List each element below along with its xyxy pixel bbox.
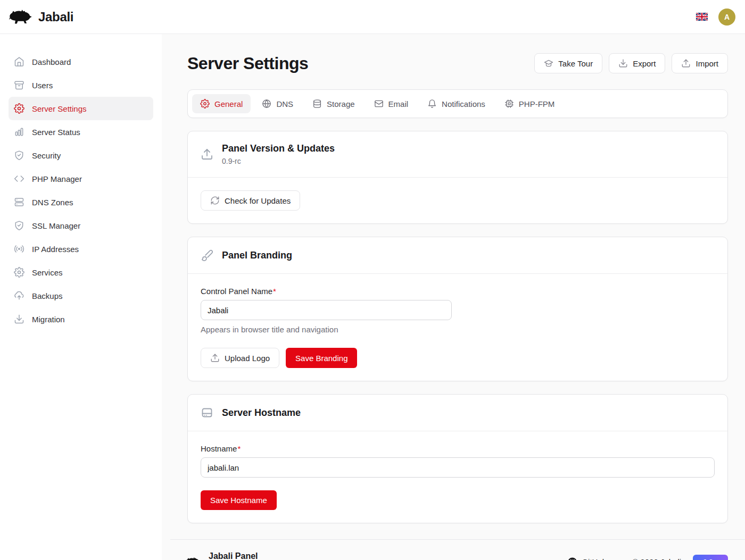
database-icon [312,99,322,108]
mail-icon [374,99,384,108]
control-panel-name-label: Control Panel Name* [201,287,715,296]
hostname-input[interactable] [201,457,715,478]
tab-storage[interactable]: Storage [304,94,363,113]
sidebar-item-ip-addresses[interactable]: IP Addresses [9,237,153,261]
hard-drive-icon [201,406,213,419]
gear-icon [14,267,24,278]
uk-flag-icon[interactable] [696,13,708,21]
card-title: Panel Branding [222,250,292,261]
save-hostname-button[interactable]: Save Hostname [201,490,277,510]
bar-chart-icon [14,127,24,137]
upload-icon [210,353,220,363]
save-branding-button[interactable]: Save Branding [286,348,357,368]
gear-icon [200,99,210,108]
sidebar-item-label: Services [32,268,63,277]
tab-notifications[interactable]: Notifications [419,94,493,113]
cloud-upload-icon [14,290,24,301]
tab-dns[interactable]: DNS [254,94,301,113]
github-icon [567,557,577,560]
settings-tabs: General DNS Storage Email Notifications [187,89,728,118]
sidebar-item-label: Users [32,81,53,90]
sidebar-item-php-manager[interactable]: PHP Manager [9,167,153,190]
panel-version-value: 0.9-rc [222,157,335,165]
sidebar-item-label: Dashboard [32,57,71,66]
avatar[interactable]: A [718,9,735,26]
server-hostname-card: Server Hostname Hostname* Save Hostname [187,394,728,523]
panel-branding-card: Panel Branding Control Panel Name* Appea… [187,237,728,381]
check-for-updates-button[interactable]: Check for Updates [201,190,300,211]
sidebar-item-services[interactable]: Services [9,261,153,284]
sidebar: Dashboard Users Server Settings Server S… [0,34,162,560]
sidebar-item-dashboard[interactable]: Dashboard [9,50,153,73]
page-title: Server Settings [187,54,308,73]
refresh-icon [210,196,220,205]
sidebar-item-label: IP Addresses [32,245,79,254]
main-content: Server Settings Take Tour Export Import [162,34,745,560]
shield-check-icon [14,150,24,161]
card-title: Server Hostname [222,407,301,419]
server-stack-icon [14,197,24,207]
upload-logo-button[interactable]: Upload Logo [201,348,279,368]
upload-icon [681,58,691,68]
boar-logo-icon [185,556,201,560]
sidebar-item-label: Server Settings [32,104,87,113]
graduation-cap-icon [544,58,553,68]
sidebar-item-label: DNS Zones [32,198,73,207]
footer-brand: Jabali Panel [209,551,299,560]
control-panel-name-input[interactable] [201,300,452,320]
globe-icon [262,99,271,108]
sidebar-item-backups[interactable]: Backups [9,284,153,307]
archive-icon [14,80,24,90]
sidebar-item-label: Backups [32,291,63,300]
download-icon [618,58,628,68]
sidebar-item-migration[interactable]: Migration [9,307,153,331]
version-badge: v0.9-rc [693,555,728,560]
sidebar-item-ssl-manager[interactable]: SSL Manager [9,214,153,237]
shield-check-icon [14,220,24,231]
sidebar-item-label: Security [32,151,61,160]
tab-general[interactable]: General [192,94,251,113]
required-asterisk: * [237,444,241,453]
brand-name: Jabali [38,10,73,24]
sidebar-item-label: SSL Manager [32,221,80,230]
code-icon [14,173,24,184]
radio-icon [14,244,24,254]
sidebar-item-label: PHP Manager [32,174,82,183]
sidebar-item-label: Migration [32,315,65,324]
cpu-icon [504,99,514,108]
required-asterisk: * [273,287,276,296]
hostname-label: Hostname* [201,444,715,453]
boar-logo-icon [9,8,33,26]
top-bar: Jabali A [0,0,745,34]
brand[interactable]: Jabali [9,8,73,26]
home-icon [14,56,24,67]
copyright: © 2026 Jabali [632,557,681,560]
tab-php-fpm[interactable]: PHP-FPM [496,94,563,113]
bell-icon [427,99,437,108]
sidebar-item-label: Server Status [32,128,80,137]
sidebar-item-users[interactable]: Users [9,73,153,97]
import-button[interactable]: Import [672,53,728,73]
sidebar-item-server-settings[interactable]: Server Settings [9,97,153,120]
github-link[interactable]: GitHub [567,557,607,560]
upload-icon [201,148,213,161]
footer: Jabali Panel Web Hosting Control Panel G… [170,539,745,560]
take-tour-button[interactable]: Take Tour [534,53,602,73]
panel-version-card: Panel Version & Updates 0.9-rc Check for… [187,131,728,224]
gear-icon [14,103,24,114]
sidebar-item-server-status[interactable]: Server Status [9,120,153,144]
paintbrush-icon [201,249,213,262]
control-panel-name-helper: Appears in browser title and navigation [201,325,715,334]
export-button[interactable]: Export [609,53,665,73]
sidebar-item-security[interactable]: Security [9,144,153,167]
tab-email[interactable]: Email [366,94,417,113]
download-icon [14,314,24,324]
card-title: Panel Version & Updates [222,143,335,154]
sidebar-item-dns-zones[interactable]: DNS Zones [9,190,153,214]
